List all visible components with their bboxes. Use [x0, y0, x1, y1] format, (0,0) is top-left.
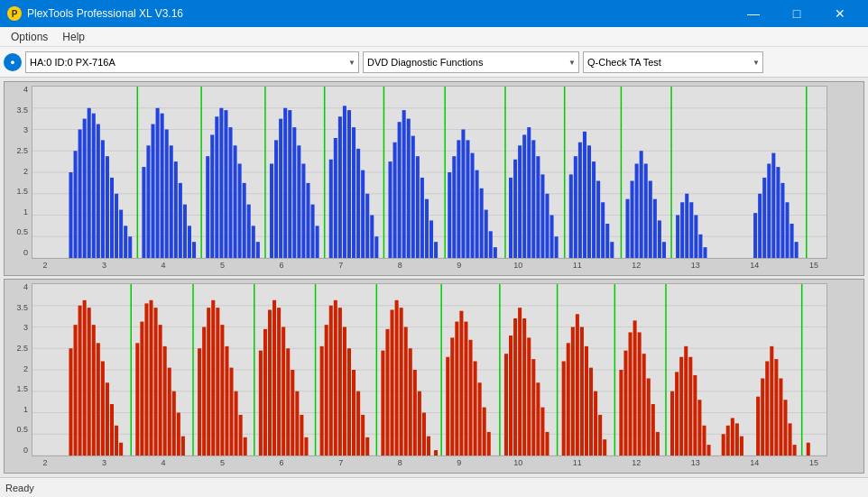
svg-rect-13 [88, 108, 91, 258]
svg-rect-119 [610, 242, 614, 258]
x-label: 3 [91, 458, 118, 467]
svg-rect-251 [540, 408, 544, 456]
x-label: 5 [209, 261, 236, 270]
svg-rect-136 [698, 235, 702, 258]
svg-rect-45 [243, 183, 246, 258]
svg-rect-227 [418, 391, 421, 456]
svg-rect-252 [545, 432, 549, 456]
svg-rect-211 [338, 308, 342, 456]
svg-rect-101 [522, 134, 526, 258]
x-label: 6 [268, 261, 295, 270]
drive-icon: ● [4, 53, 22, 71]
svg-rect-198 [272, 300, 276, 456]
svg-rect-195 [259, 351, 263, 456]
minimize-button[interactable]: — [733, 0, 774, 27]
x-label: 15 [800, 261, 827, 270]
y-label-35: 3.5 [16, 304, 28, 312]
svg-rect-166 [106, 382, 109, 456]
svg-rect-131 [676, 216, 679, 259]
svg-rect-176 [159, 325, 162, 456]
svg-rect-76 [398, 122, 402, 258]
svg-rect-34 [188, 225, 191, 258]
test-select[interactable]: Q-Check TA Test [583, 51, 763, 73]
svg-rect-214 [352, 370, 356, 456]
svg-rect-193 [244, 437, 247, 456]
svg-rect-93 [480, 189, 484, 258]
svg-rect-188 [220, 325, 224, 456]
toolbar: ● HA:0 ID:0 PX-716A DVD Diagnostic Funct… [0, 47, 868, 78]
svg-rect-232 [446, 357, 449, 456]
svg-rect-142 [771, 153, 775, 258]
svg-rect-72 [374, 236, 378, 258]
svg-rect-106 [545, 194, 549, 258]
svg-rect-86 [448, 172, 451, 258]
svg-rect-94 [485, 210, 488, 258]
svg-rect-75 [393, 143, 397, 258]
svg-rect-107 [550, 216, 554, 259]
svg-rect-137 [703, 247, 706, 258]
svg-rect-203 [295, 391, 299, 456]
function-select[interactable]: DVD Diagnostic Functions [363, 51, 579, 73]
maximize-button[interactable]: □ [776, 0, 817, 27]
svg-rect-265 [619, 370, 623, 456]
svg-rect-278 [684, 346, 688, 456]
svg-rect-217 [365, 437, 369, 456]
svg-rect-100 [518, 145, 522, 258]
svg-rect-178 [168, 368, 171, 456]
svg-rect-259 [585, 346, 588, 456]
svg-rect-258 [580, 327, 584, 456]
svg-rect-53 [283, 108, 287, 258]
svg-rect-38 [210, 134, 214, 258]
svg-rect-221 [391, 310, 394, 456]
drive-select[interactable]: HA:0 ID:0 PX-716A [25, 51, 359, 73]
svg-rect-207 [320, 346, 324, 456]
svg-rect-292 [770, 346, 773, 456]
svg-rect-286 [731, 418, 734, 456]
svg-rect-257 [576, 314, 579, 456]
svg-rect-56 [297, 145, 300, 258]
svg-rect-226 [413, 370, 417, 456]
svg-rect-200 [282, 327, 285, 456]
svg-rect-235 [459, 311, 463, 456]
menu-item-help[interactable]: Help [55, 29, 92, 45]
svg-rect-277 [679, 357, 683, 456]
svg-rect-90 [466, 140, 469, 258]
svg-rect-135 [694, 216, 697, 259]
svg-rect-270 [642, 354, 646, 456]
svg-rect-229 [427, 437, 430, 456]
svg-rect-99 [513, 160, 517, 258]
svg-rect-60 [316, 225, 319, 258]
svg-rect-54 [288, 110, 291, 258]
svg-rect-239 [478, 382, 482, 456]
svg-rect-78 [407, 119, 411, 258]
y-label-05: 0.5 [16, 426, 28, 434]
y-label-4: 4 [23, 283, 28, 291]
x-label: 6 [268, 458, 295, 467]
svg-rect-68 [356, 149, 360, 258]
y-label-0: 0 [23, 446, 28, 455]
svg-rect-162 [88, 308, 91, 456]
svg-rect-236 [464, 322, 467, 456]
svg-rect-87 [452, 156, 456, 258]
svg-rect-70 [365, 194, 369, 258]
y-label-4: 4 [23, 86, 28, 94]
svg-rect-43 [234, 145, 237, 258]
y-label-3: 3 [23, 324, 28, 332]
svg-rect-275 [670, 391, 674, 456]
close-button[interactable]: ✕ [819, 0, 861, 27]
svg-rect-98 [509, 178, 512, 258]
svg-rect-12 [83, 119, 87, 258]
svg-rect-133 [685, 194, 688, 258]
y-label-3: 3 [23, 126, 28, 134]
svg-rect-295 [783, 400, 787, 456]
main-content: 0 0.5 1 1.5 2 2.5 3 3.5 4 [0, 78, 868, 477]
svg-rect-250 [536, 382, 540, 456]
svg-rect-104 [536, 156, 540, 258]
svg-rect-117 [601, 202, 605, 258]
svg-rect-17 [106, 156, 109, 258]
bottom-chart-svg [32, 284, 826, 456]
svg-rect-288 [740, 437, 743, 456]
svg-rect-164 [97, 343, 100, 456]
menu-item-options[interactable]: Options [4, 29, 55, 45]
svg-rect-44 [238, 164, 242, 259]
